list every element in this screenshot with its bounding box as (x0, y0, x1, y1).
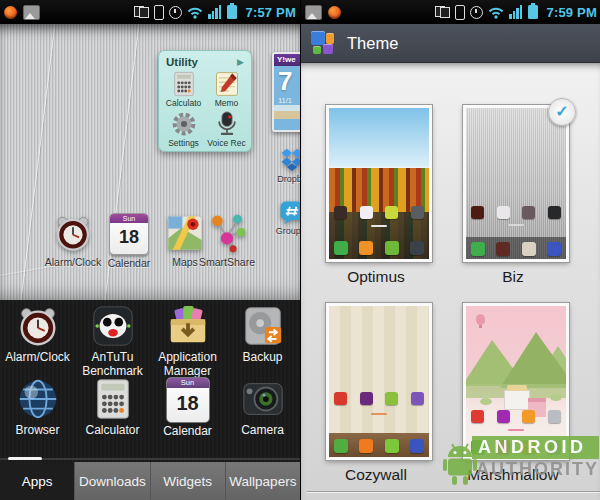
thumb-app-icon (334, 439, 348, 453)
thumb-app-icon (411, 392, 424, 405)
drawer-app-application-manager[interactable]: Application Manager (150, 303, 225, 378)
drawer-app-label: Backup (225, 351, 300, 365)
drawer-app-camera[interactable]: Camera (225, 376, 300, 438)
drawer-app-backup[interactable]: Backup (225, 303, 300, 365)
qslide-icon (134, 6, 149, 18)
bottom-divider (307, 491, 600, 492)
thumb-app-icon (360, 392, 373, 405)
folder-app-memo[interactable]: Memo (205, 70, 248, 108)
signal-icon (208, 5, 221, 19)
theme-card-cozywall[interactable] (326, 303, 432, 460)
wifi-icon (187, 6, 203, 19)
android-authority-watermark: ANDROID AUTHORITY (442, 436, 599, 486)
thumb-app-icon (547, 242, 561, 256)
home-screen: Utility ▶ Calculato Memo Settings (0, 24, 300, 300)
preview-dock-row (334, 241, 424, 255)
rotation-icon (455, 5, 465, 20)
gallery-notification-icon (305, 5, 322, 20)
widget-date: 11/1 (274, 96, 300, 105)
folder-app-calculator[interactable]: Calculato (162, 70, 205, 108)
folder-app-label: Calculato (162, 98, 205, 108)
alarm-status-icon (470, 6, 483, 19)
signal-icon (509, 5, 522, 19)
theme-header: Theme (301, 24, 600, 63)
theme-preview-biz (466, 108, 566, 259)
theme-name: Optimus (311, 268, 441, 286)
drawer-tab-bar: Apps Downloads Widgets Wallpapers (0, 462, 300, 500)
page-title: Theme (347, 34, 398, 53)
thumb-app-icon (385, 206, 398, 219)
app-drawer: Alarm/Clock AnTuTu Benchmark Application… (0, 300, 300, 462)
tab-apps[interactable]: Apps (0, 462, 74, 500)
theme-name: Cozywall (311, 466, 441, 484)
calendar-weekday: Sun (167, 378, 209, 388)
thumb-app-icon (334, 392, 347, 405)
preview-app-row (334, 392, 424, 405)
home-app-alarm-clock[interactable]: Alarm/Clock (43, 212, 103, 268)
gallery-notification-icon (23, 5, 40, 20)
thumb-app-icon (471, 410, 484, 423)
preview-app-row (471, 410, 561, 423)
theme-card-biz[interactable]: ✓ (463, 105, 569, 262)
thumb-app-icon (334, 206, 347, 219)
thumb-app-icon (497, 410, 510, 423)
right-screenshot: 7:59 PM Theme (300, 0, 600, 500)
thumb-app-icon (471, 242, 485, 256)
selected-check-icon: ✓ (548, 98, 576, 126)
drawer-scroll-track[interactable] (0, 458, 300, 460)
thumb-app-icon (496, 242, 510, 256)
calendar-day: 18 (110, 223, 148, 251)
thumb-app-icon (497, 206, 510, 219)
tab-downloads[interactable]: Downloads (74, 462, 149, 500)
balloon-illustration (476, 314, 485, 325)
folder-expand-icon[interactable]: ▶ (237, 57, 244, 67)
widget-brand: Y!we (274, 54, 300, 66)
theme-preview-optimus (329, 108, 429, 259)
battery-icon (227, 5, 237, 19)
left-screenshot: 7:57 PM Utility ▶ Calculato Memo (0, 0, 300, 500)
preview-page-indicator (508, 224, 524, 226)
drawer-app-label: AnTuTu Benchmark (75, 351, 150, 378)
thumb-app-icon (360, 206, 373, 219)
drawer-app-alarm-clock[interactable]: Alarm/Clock (0, 303, 75, 365)
preview-dock-row (334, 439, 424, 453)
drawer-app-label: Calendar (150, 425, 225, 439)
drawer-app-label: Calculator (75, 424, 150, 438)
preview-page-indicator (508, 429, 524, 431)
preview-page-indicator (371, 413, 387, 415)
status-bar: 7:57 PM (0, 0, 300, 24)
widget-temp: 7 (274, 66, 300, 96)
thumb-app-icon (385, 392, 398, 405)
home-app-smartshare[interactable]: SmartShare (197, 212, 257, 268)
home-app-label: SmartShare (197, 256, 257, 268)
home-app-label: Alarm/Clock (43, 256, 103, 268)
status-time: 7:59 PM (546, 5, 597, 20)
folder-app-settings[interactable]: Settings (162, 110, 205, 148)
thumb-app-icon (385, 439, 399, 453)
tab-widgets[interactable]: Widgets (150, 462, 225, 500)
drawer-app-calculator[interactable]: Calculator (75, 376, 150, 438)
home-app-dropbox[interactable]: Dropbo (272, 146, 300, 184)
drawer-app-browser[interactable]: Browser (0, 376, 75, 438)
drawer-app-antutu-benchmark[interactable]: AnTuTu Benchmark (75, 303, 150, 378)
battery-icon (528, 5, 538, 19)
drawer-scroll-thumb[interactable] (8, 457, 42, 460)
drawer-app-calendar[interactable]: Sun18 Calendar (150, 376, 225, 439)
folder-utility[interactable]: Utility ▶ Calculato Memo Settings (158, 50, 252, 152)
thumb-app-icon (548, 206, 561, 219)
home-app-calendar[interactable]: Sun18 Calendar (99, 212, 159, 269)
thumb-app-icon (410, 439, 424, 453)
thumb-app-icon (522, 206, 535, 219)
status-time: 7:57 PM (245, 5, 296, 20)
preview-dock (329, 433, 429, 457)
theme-card-optimus[interactable] (326, 105, 432, 262)
weather-widget[interactable]: Y!we 7 11/1 (272, 52, 300, 132)
tab-wallpapers[interactable]: Wallpapers (225, 462, 300, 500)
notification-icon (328, 6, 341, 19)
folder-app-voice-recorder[interactable]: Voice Rec (205, 110, 248, 148)
home-app-groupme[interactable]: GroupM (272, 198, 300, 236)
widget-photo (274, 105, 300, 119)
thumb-app-icon (548, 410, 561, 423)
drawer-app-label: Browser (0, 424, 75, 438)
thumb-app-icon (334, 241, 348, 255)
